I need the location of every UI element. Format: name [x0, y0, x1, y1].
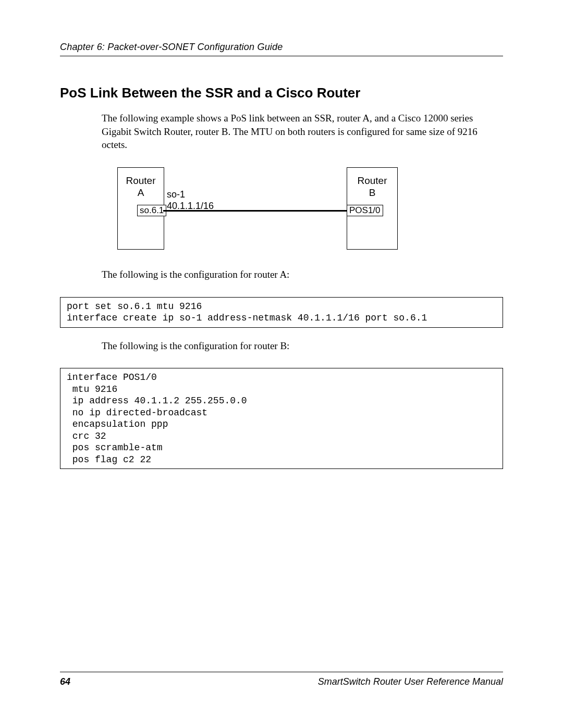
link-label: so-1 40.1.1.1/16	[167, 189, 214, 212]
config-a-code: port set so.6.1 mtu 9216 interface creat…	[60, 297, 503, 328]
page: Chapter 6: Packet-over-SONET Configurati…	[0, 0, 563, 728]
page-number: 64	[60, 676, 70, 687]
link-line	[163, 210, 348, 212]
router-a-label: Router A	[118, 175, 164, 199]
page-footer: 64 SmartSwitch Router User Reference Man…	[60, 672, 503, 687]
running-header: Chapter 6: Packet-over-SONET Configurati…	[60, 42, 503, 56]
router-b-label: Router B	[347, 175, 397, 199]
router-b-port: POS1/0	[347, 205, 383, 216]
intro-paragraph: The following example shows a PoS link b…	[102, 112, 503, 152]
network-diagram: Router A so.6.1 so-1 40.1.1.1/16 Router …	[102, 167, 399, 250]
config-a-lead: The following is the configuration for r…	[102, 268, 503, 281]
section-title: PoS Link Between the SSR and a Cisco Rou…	[60, 85, 503, 101]
link-name: so-1	[167, 189, 214, 201]
router-a-port: so.6.1	[137, 205, 166, 216]
manual-title: SmartSwitch Router User Reference Manual	[318, 676, 503, 687]
diagram-container: Router A so.6.1 so-1 40.1.1.1/16 Router …	[102, 167, 503, 250]
config-b-lead: The following is the configuration for r…	[102, 339, 503, 353]
config-b-code: interface POS1/0 mtu 9216 ip address 40.…	[60, 368, 503, 469]
